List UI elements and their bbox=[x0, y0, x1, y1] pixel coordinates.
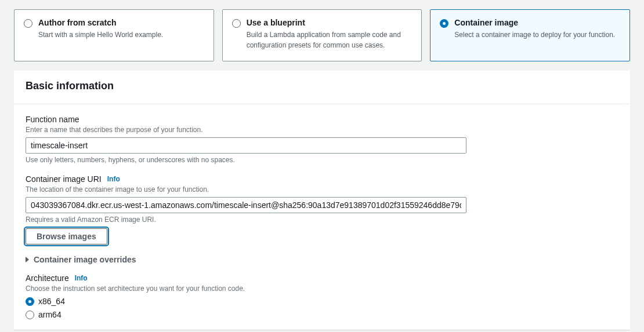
radio-icon bbox=[26, 311, 34, 319]
container-image-overrides-expander[interactable]: Container image overrides bbox=[26, 255, 618, 264]
option-container-image[interactable]: Container image Select a container image… bbox=[430, 9, 630, 61]
overrides-label: Container image overrides bbox=[34, 255, 136, 264]
radio-icon bbox=[440, 19, 448, 28]
container-image-uri-hint: Requires a valid Amazon ECR image URI. bbox=[26, 216, 618, 224]
caret-right-icon bbox=[26, 257, 29, 262]
container-image-uri-info-link[interactable]: Info bbox=[107, 175, 120, 183]
radio-label: x86_64 bbox=[38, 297, 65, 306]
browse-images-button[interactable]: Browse images bbox=[26, 228, 107, 245]
panel-title: Basic information bbox=[26, 80, 618, 92]
function-name-input[interactable] bbox=[26, 137, 466, 154]
option-title: Author from scratch bbox=[38, 18, 204, 27]
radio-icon bbox=[26, 297, 34, 306]
radio-label: arm64 bbox=[38, 310, 61, 319]
option-desc: Select a container image to deploy for y… bbox=[454, 30, 620, 40]
option-desc: Start with a simple Hello World example. bbox=[38, 30, 204, 40]
container-image-uri-label: Container image URI bbox=[26, 174, 102, 184]
radio-icon bbox=[232, 19, 241, 28]
container-image-uri-help: The location of the container image to u… bbox=[26, 185, 618, 194]
architecture-label: Architecture bbox=[26, 273, 69, 283]
architecture-info-link[interactable]: Info bbox=[75, 274, 88, 282]
option-desc: Build a Lambda application from sample c… bbox=[247, 30, 413, 50]
function-name-help: Enter a name that describes the purpose … bbox=[26, 126, 618, 134]
architecture-option-x86[interactable]: x86_64 bbox=[26, 296, 618, 306]
option-use-blueprint[interactable]: Use a blueprint Build a Lambda applicati… bbox=[222, 9, 422, 61]
function-name-hint: Use only letters, numbers, hyphens, or u… bbox=[26, 156, 618, 164]
option-title: Use a blueprint bbox=[247, 18, 413, 27]
function-name-label: Function name bbox=[26, 115, 79, 124]
architecture-option-arm64[interactable]: arm64 bbox=[26, 309, 618, 319]
option-title: Container image bbox=[454, 18, 620, 27]
container-image-uri-input[interactable] bbox=[26, 197, 466, 213]
architecture-help: Choose the instruction set architecture … bbox=[26, 284, 618, 293]
basic-information-panel: Basic information Function name Enter a … bbox=[14, 71, 630, 330]
radio-icon bbox=[24, 19, 32, 28]
option-author-from-scratch[interactable]: Author from scratch Start with a simple … bbox=[14, 9, 214, 61]
